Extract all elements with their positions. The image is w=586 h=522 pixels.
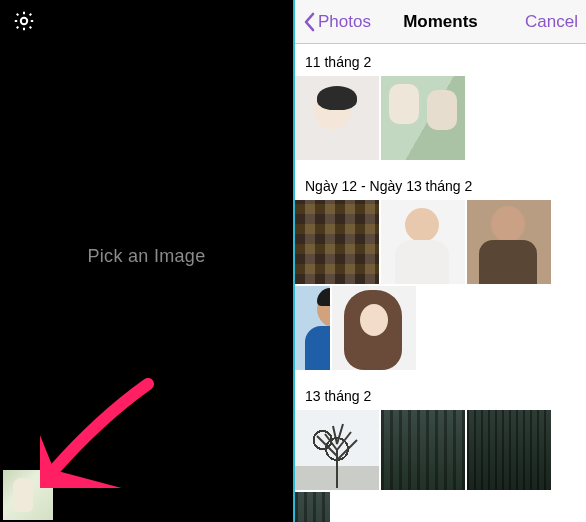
moments-scroll[interactable]: 11 tháng 2 Ngày 12 - Ngày 13 tháng 2 13 …	[295, 44, 586, 522]
cancel-button[interactable]: Cancel	[525, 12, 578, 32]
photo-grid	[295, 410, 586, 522]
photo-grid	[295, 76, 586, 168]
editor-toolbar	[0, 0, 293, 46]
section-header: 11 tháng 2	[295, 44, 586, 76]
photo-thumbnail[interactable]	[295, 200, 379, 284]
photo-thumbnail[interactable]	[467, 200, 551, 284]
picker-navbar: Photos Moments Cancel	[295, 0, 586, 44]
photo-thumbnail[interactable]	[381, 410, 465, 490]
photo-thumbnail[interactable]	[467, 410, 551, 490]
photo-thumbnail[interactable]	[295, 76, 379, 160]
photo-grid	[295, 200, 586, 378]
svg-point-0	[21, 18, 27, 24]
photo-thumbnail[interactable]	[381, 200, 465, 284]
pick-image-prompt: Pick an Image	[88, 246, 206, 267]
section-header: Ngày 12 - Ngày 13 tháng 2	[295, 168, 586, 200]
section-header: 13 tháng 2	[295, 378, 586, 410]
photo-picker-panel: Photos Moments Cancel 11 tháng 2 Ngày 12…	[293, 0, 586, 522]
photo-thumbnail[interactable]	[295, 492, 330, 522]
chevron-left-icon	[303, 12, 315, 32]
back-button[interactable]: Photos	[303, 12, 371, 32]
back-label: Photos	[318, 12, 371, 32]
editor-canvas[interactable]: Pick an Image	[0, 46, 293, 467]
open-photo-picker-button[interactable]	[3, 470, 53, 520]
photo-thumbnail[interactable]	[295, 410, 379, 490]
editor-panel: Pick an Image	[0, 0, 293, 522]
settings-icon[interactable]	[12, 9, 36, 37]
photo-thumbnail[interactable]	[381, 76, 465, 160]
photo-thumbnail[interactable]	[295, 286, 330, 370]
editor-bottom-bar	[0, 467, 293, 522]
photo-thumbnail[interactable]	[332, 286, 416, 370]
